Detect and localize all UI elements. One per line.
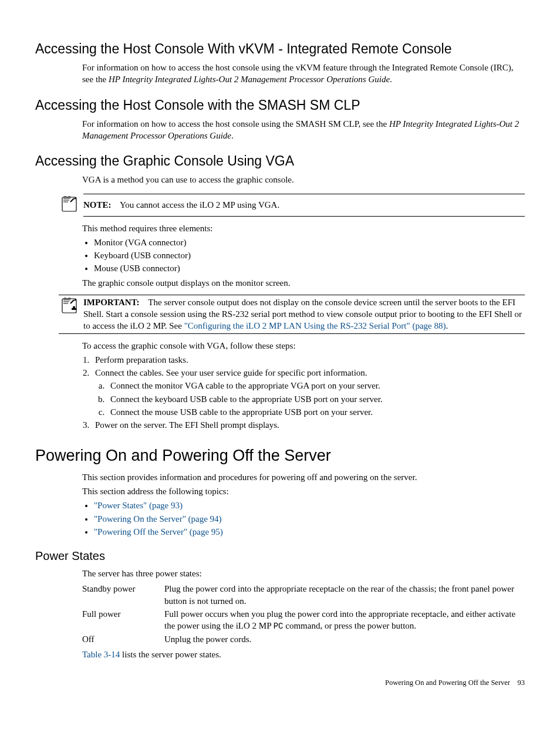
state-term: Off <box>82 633 164 645</box>
state-row: Off Unplug the power cords. <box>82 633 525 645</box>
text: command, or press the power button. <box>284 621 417 630</box>
text: lists the server power states. <box>120 650 221 659</box>
state-row: Standby power Plug the power cord into t… <box>82 583 525 607</box>
power-links: "Power States" (page 93) "Powering On th… <box>94 499 525 538</box>
footer-text: Powering On and Powering Off the Server <box>385 679 510 687</box>
svg-rect-3 <box>73 306 75 308</box>
divider <box>59 333 525 334</box>
state-term: Full power <box>82 608 164 632</box>
state-def: Unplug the power cords. <box>164 633 525 645</box>
step-text: Power on the server. The EFI Shell promp… <box>95 420 279 430</box>
list-item: Mouse (USB connector) <box>94 262 525 274</box>
link-powering-on[interactable]: "Powering On the Server" (page 94) <box>94 514 222 524</box>
link-power-states[interactable]: "Power States" (page 93) <box>94 501 183 510</box>
power-intro2: This section address the following topic… <box>82 485 525 497</box>
para-after-bullets: The graphic console output displays on t… <box>82 277 525 289</box>
list-item: "Powering Off the Server" (page 95) <box>94 526 525 538</box>
note-block: NOTE: You cannot access the iLO 2 MP usi… <box>59 194 525 216</box>
step-text: Perform preparation tasks. <box>95 355 188 364</box>
table-link[interactable]: Table 3-14 <box>82 650 120 659</box>
list-item: Keyboard (USB connector) <box>94 249 525 261</box>
para-smash: For information on how to access the hos… <box>82 118 525 142</box>
vga-steps: Perform preparation tasks. Connect the c… <box>92 354 525 431</box>
important-label: IMPORTANT: <box>83 298 140 307</box>
command-text: PC <box>274 622 284 631</box>
power-intro1: This section provides information and pr… <box>82 471 525 483</box>
important-icon <box>59 295 80 314</box>
note-content: NOTE: You cannot access the iLO 2 MP usi… <box>83 194 525 216</box>
note-label: NOTE: <box>83 200 112 210</box>
text: For information on how to access the hos… <box>82 119 389 129</box>
para-vkvm: For information on how to access the hos… <box>82 62 525 86</box>
heading-smash: Accessing the Host Console with the SMAS… <box>35 96 525 114</box>
state-def: Plug the power cord into the appropriate… <box>164 583 525 607</box>
substeps: Connect the monitor VGA cable to the app… <box>107 380 525 418</box>
heading-powering: Powering On and Powering Off the Server <box>35 445 525 466</box>
para-after-note: This method requires three elements: <box>82 222 525 234</box>
states-intro: The server has three power states: <box>82 568 525 579</box>
note-icon <box>59 194 80 212</box>
list-item: "Powering On the Server" (page 94) <box>94 513 525 525</box>
important-link[interactable]: "Configuring the iLO 2 MP LAN Using the … <box>184 321 446 330</box>
important-block: IMPORTANT: The server console output doe… <box>59 295 525 333</box>
text: . <box>390 75 392 84</box>
substep-item: Connect the monitor VGA cable to the app… <box>107 380 525 391</box>
para-vga-intro: VGA is a method you can use to access th… <box>82 174 525 185</box>
table-ref: Table 3-14 lists the server power states… <box>82 649 525 660</box>
important-text-post: . <box>446 321 448 330</box>
text: . <box>231 131 234 140</box>
vga-bullets: Monitor (VGA connector) Keyboard (USB co… <box>94 237 525 275</box>
power-state-list: Standby power Plug the power cord into t… <box>82 583 525 645</box>
substep-item: Connect the keyboard USB cable to the ap… <box>107 393 525 405</box>
heading-vkvm: Accessing the Host Console With vKVM - I… <box>35 40 525 58</box>
svg-rect-0 <box>62 197 76 211</box>
heading-vga: Accessing the Graphic Console Using VGA <box>35 152 525 170</box>
svg-rect-1 <box>62 299 76 313</box>
heading-power-states: Power States <box>35 548 525 564</box>
step-item: Perform preparation tasks. <box>92 354 525 366</box>
state-term: Standby power <box>82 583 164 607</box>
note-text: You cannot access the iLO 2 MP using VGA… <box>120 200 279 210</box>
page-footer: Powering On and Powering Off the Server … <box>35 678 525 688</box>
step-item: Connect the cables. See your user servic… <box>92 367 525 418</box>
link-powering-off[interactable]: "Powering Off the Server" (page 95) <box>94 527 223 536</box>
list-item: Monitor (VGA connector) <box>94 237 525 248</box>
footer-page: 93 <box>518 679 525 687</box>
svg-rect-2 <box>72 308 76 310</box>
step-item: Power on the server. The EFI Shell promp… <box>92 419 525 431</box>
list-item: "Power States" (page 93) <box>94 499 525 511</box>
important-content: IMPORTANT: The server console output doe… <box>83 295 525 333</box>
title-italic: HP Integrity Integrated Lights-Out 2 Man… <box>109 75 390 84</box>
steps-intro: To access the graphic console with VGA, … <box>82 340 525 352</box>
step-text: Connect the cables. See your user servic… <box>95 368 367 377</box>
substep-item: Connect the mouse USB cable to the appro… <box>107 406 525 418</box>
state-def: Full power occurs when you plug the powe… <box>164 608 525 632</box>
state-row: Full power Full power occurs when you pl… <box>82 608 525 632</box>
